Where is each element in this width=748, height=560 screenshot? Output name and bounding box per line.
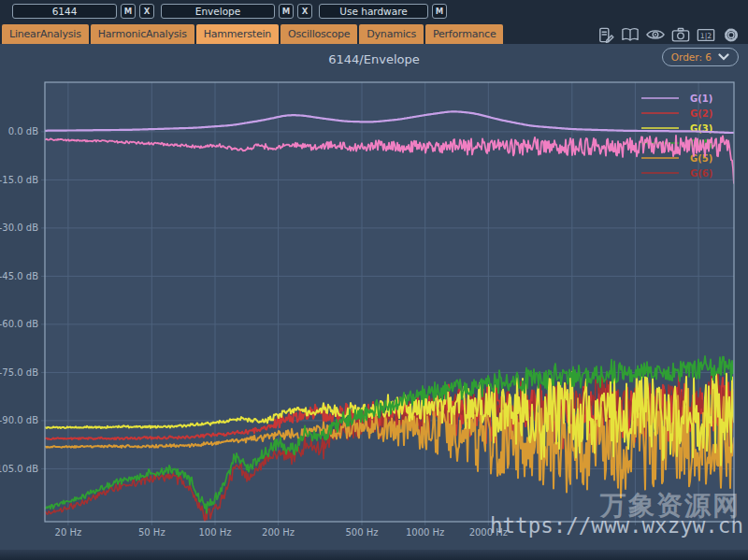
svg-text:20 Hz: 20 Hz — [55, 527, 82, 538]
tab-oscilloscope[interactable]: Oscilloscope — [280, 24, 357, 44]
plugin-analyzer-window: M X M X M LinearAnalysis HarmonicAnalysi… — [0, 0, 748, 560]
plugin-slot-a: M X — [12, 4, 154, 19]
notes-icon[interactable] — [596, 25, 614, 44]
svg-text:-30.0 dB: -30.0 dB — [0, 223, 38, 233]
plugin-b-x-button[interactable]: X — [297, 4, 312, 19]
svg-text:-105.0 dB: -105.0 dB — [0, 464, 38, 474]
svg-text:-60.0 dB: -60.0 dB — [0, 319, 38, 329]
plugin-slot-b: M X — [161, 4, 312, 19]
svg-text:200 Hz: 200 Hz — [262, 527, 295, 538]
svg-text:G(1): G(1) — [690, 93, 712, 104]
svg-text:0.0 dB: 0.0 dB — [8, 126, 38, 136]
plugin-a-x-button[interactable]: X — [139, 4, 154, 19]
tab-hammerstein[interactable]: Hammerstein — [196, 24, 279, 44]
chart-panel: 6144/Envelope Order: 6 0.0 dB-15.0 dB-30… — [0, 44, 748, 560]
svg-text:G(2): G(2) — [690, 108, 712, 119]
plugin-b-m-button[interactable]: M — [279, 4, 294, 19]
svg-text:-15.0 dB: -15.0 dB — [0, 175, 38, 185]
tab-bar: LinearAnalysis HarmonicAnalysis Hammerst… — [0, 22, 748, 44]
svg-text:-90.0 dB: -90.0 dB — [0, 415, 38, 425]
toolbar-icons: 1|2 — [596, 25, 741, 44]
svg-text:G(6): G(6) — [690, 168, 712, 179]
ab-compare-label: 1|2 — [700, 31, 712, 39]
svg-text:-75.0 dB: -75.0 dB — [0, 367, 38, 378]
tab-performance[interactable]: Performance — [425, 24, 504, 44]
tab-harmonicanalysis[interactable]: HarmonicAnalysis — [91, 24, 194, 44]
settings-gear-icon[interactable] — [722, 25, 741, 44]
svg-text:50 Hz: 50 Hz — [138, 527, 165, 538]
window-bottom-edge — [0, 550, 748, 560]
svg-text:2000 Hz: 2000 Hz — [469, 527, 508, 538]
plugin-b-field[interactable] — [161, 4, 275, 19]
svg-text:500 Hz: 500 Hz — [346, 527, 379, 538]
svg-text:1000 Hz: 1000 Hz — [406, 527, 444, 538]
eye-icon[interactable] — [646, 25, 665, 44]
tab-linearanalysis[interactable]: LinearAnalysis — [2, 24, 89, 44]
hardware-slot: M — [319, 4, 447, 19]
hardware-m-button[interactable]: M — [432, 4, 447, 19]
ab-compare-icon[interactable]: 1|2 — [697, 25, 715, 44]
plugin-a-m-button[interactable]: M — [121, 4, 136, 19]
spectrum-chart: 0.0 dB-15.0 dB-30.0 dB-45.0 dB-60.0 dB-7… — [0, 44, 748, 560]
plugin-a-field[interactable] — [12, 4, 117, 19]
manual-book-icon[interactable] — [621, 25, 640, 44]
tab-dynamics[interactable]: Dynamics — [359, 24, 424, 44]
use-hardware-field[interactable] — [319, 4, 428, 19]
svg-text:-45.0 dB: -45.0 dB — [0, 271, 38, 281]
top-bar: M X M X M — [0, 0, 748, 22]
svg-text:100 Hz: 100 Hz — [198, 527, 231, 538]
camera-icon[interactable] — [671, 25, 690, 44]
